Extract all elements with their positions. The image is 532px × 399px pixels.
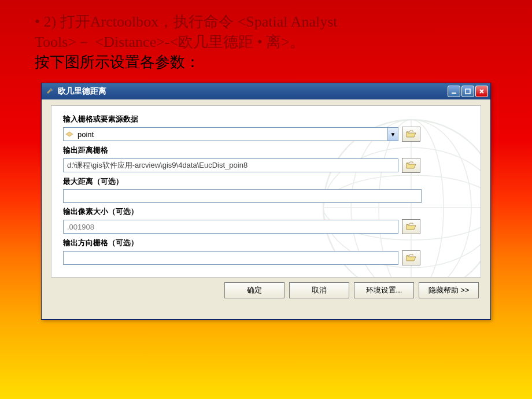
hammer-icon [45,87,54,96]
minimize-button[interactable] [448,86,460,97]
instruction-line2: 按下图所示设置各参数： [35,52,509,72]
folder-open-icon [406,161,416,169]
input-source-combo[interactable]: point ▼ [63,127,398,141]
environment-settings-button[interactable]: 环境设置... [354,282,414,298]
folder-open-icon [406,254,416,262]
maximize-button[interactable] [461,86,474,97]
instruction-line1a: • 2) 打开Arctoolbox，执行命令 <Spatial Analyst [35,13,338,30]
output-cellsize-input[interactable] [63,220,398,234]
folder-open-icon [406,223,416,231]
browse-output-distance-button[interactable] [402,158,420,173]
layer-icon [64,129,75,139]
chevron-down-icon[interactable]: ▼ [387,128,398,141]
ok-button[interactable]: 确定 [224,282,285,298]
maximize-icon [465,88,471,94]
dialog-titlebar[interactable]: 欧几里德距离 [42,83,490,99]
dialog-body: 输入栅格或要素源数据 point ▼ 输出距离栅格 [42,99,490,319]
svg-rect-2 [466,89,470,94]
close-icon [479,88,485,94]
max-distance-input[interactable] [63,189,422,203]
input-source-label: 输入栅格或要素源数据 [63,114,469,124]
browse-cellsize-button[interactable] [402,219,420,234]
form-panel: 输入栅格或要素源数据 point ▼ 输出距离栅格 [51,105,481,278]
dialog-title: 欧几里德距离 [58,86,106,97]
folder-open-icon [406,130,416,138]
input-source-value: point [75,130,387,139]
browse-output-direction-button[interactable] [402,250,420,265]
instruction-line1b: Tools>－ <Distance>-<欧几里德距 • 离>。 [35,34,305,50]
dialog-button-row: 确定 取消 环境设置... 隐藏帮助 >> [51,278,481,300]
slide-instruction-text: • 2) 打开Arctoolbox，执行命令 <Spatial Analyst … [0,0,532,78]
output-direction-input[interactable] [63,251,398,265]
close-button[interactable] [475,86,488,97]
browse-input-source-button[interactable] [402,127,420,142]
euclidean-distance-dialog: 欧几里德距离 输入栅格或要素源数据 [41,83,491,320]
output-direction-label: 输出方向栅格（可选） [63,238,469,248]
svg-rect-1 [452,93,456,94]
max-distance-label: 最大距离（可选） [63,176,469,187]
minimize-icon [451,88,457,94]
hide-help-button[interactable]: 隐藏帮助 >> [419,282,479,298]
output-distance-input[interactable] [63,158,398,172]
output-cellsize-label: 输出像素大小（可选） [63,206,469,217]
cancel-button[interactable]: 取消 [289,282,349,298]
output-distance-label: 输出距离栅格 [63,145,469,156]
